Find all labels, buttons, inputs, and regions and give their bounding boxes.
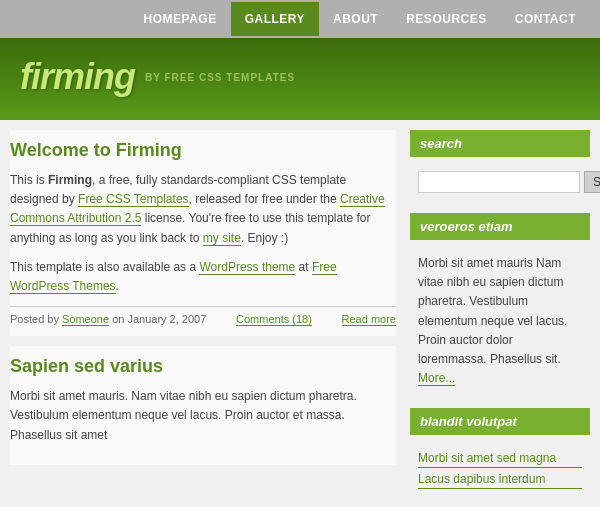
site-header: firming BY FREE CSS TEMPLATES: [0, 38, 600, 120]
post-sapien-title: Sapien sed varius: [10, 356, 396, 377]
nav-gallery[interactable]: GALLERY: [231, 2, 319, 36]
blandit-link-2[interactable]: Lacus dapibus interdum: [418, 470, 582, 489]
link-cc[interactable]: Creative Commons Attribution 2.5: [10, 192, 385, 226]
link-my-site[interactable]: my site: [203, 231, 241, 246]
widget-veroeros: veroeros etiam Morbi sit amet mauris Nam…: [410, 213, 590, 396]
nav-contact[interactable]: CONTACT: [501, 2, 590, 36]
widget-search-content: Search: [410, 163, 590, 201]
nav-resources[interactable]: RESOURCES: [392, 2, 501, 36]
nav-bar: HOMEPAGE GALLERY ABOUT RESOURCES CONTACT: [0, 0, 600, 38]
post-footer: Posted by Someone on January 2, 2007 Com…: [10, 306, 396, 326]
widget-blandit: blandit volutpat Morbi sit amet sed magn…: [410, 408, 590, 499]
widget-blandit-title: blandit volutpat: [410, 408, 590, 435]
widget-veroeros-title: veroeros etiam: [410, 213, 590, 240]
sidebar: search Search veroeros etiam Morbi sit a…: [410, 130, 590, 507]
post-welcome: Welcome to Firming This is Firming, a fr…: [10, 130, 396, 336]
post-welcome-title: Welcome to Firming: [10, 140, 396, 161]
site-title: firming: [20, 56, 135, 98]
site-byline: BY FREE CSS TEMPLATES: [145, 72, 295, 83]
veroeros-text: Morbi sit amet mauris Nam vitae nibh eu …: [418, 254, 582, 388]
post-sapien: Sapien sed varius Morbi sit amet mauris.…: [10, 346, 396, 465]
widget-veroeros-content: Morbi sit amet mauris Nam vitae nibh eu …: [410, 246, 590, 396]
widget-search-title: search: [410, 130, 590, 157]
nav-about[interactable]: ABOUT: [319, 2, 392, 36]
search-input[interactable]: [418, 171, 580, 193]
search-box: Search: [418, 171, 582, 193]
main-content: Welcome to Firming This is Firming, a fr…: [10, 130, 396, 507]
veroeros-more-link[interactable]: More...: [418, 371, 455, 386]
nav-homepage[interactable]: HOMEPAGE: [130, 2, 231, 36]
post-welcome-body2: This template is also available as a Wor…: [10, 258, 396, 296]
post-readmore-link[interactable]: Read more: [342, 313, 396, 326]
post-author-info: Posted by Someone on January 2, 2007: [10, 313, 206, 326]
post-welcome-body1: This is Firming, a free, fully standards…: [10, 171, 396, 248]
blandit-link-1[interactable]: Morbi sit amet sed magna: [418, 449, 582, 468]
widget-search: search Search: [410, 130, 590, 201]
link-free-css[interactable]: Free CSS Templates: [78, 192, 189, 207]
post-sapien-body: Morbi sit amet mauris. Nam vitae nibh eu…: [10, 387, 396, 445]
search-button[interactable]: Search: [584, 171, 600, 193]
widget-blandit-content: Morbi sit amet sed magna Lacus dapibus i…: [410, 441, 590, 499]
post-author-link[interactable]: Someone: [62, 313, 109, 326]
link-wp-theme[interactable]: WordPress theme: [199, 260, 295, 275]
post-comments-link[interactable]: Comments (18): [236, 313, 312, 326]
